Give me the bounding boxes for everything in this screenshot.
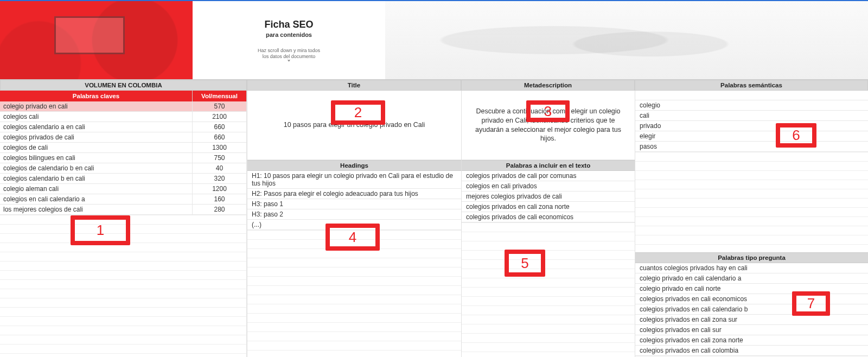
question-item: colegios privados en cali zona sur (635, 315, 868, 325)
hero-image-left (0, 1, 193, 79)
question-item: cuantos colegios privados hay en cali (635, 263, 868, 273)
header-title: Title (247, 80, 461, 91)
question-item: colegios privados en cali economicos (635, 294, 868, 304)
question-item: colegios privados en cali sur (635, 325, 868, 335)
header-questions: Palabras tipo pregunta (635, 252, 868, 263)
keyword-cell: colegios de cali (0, 143, 193, 153)
question-item: colegios privados en cali zona norte (635, 335, 868, 346)
hero-image-right (385, 1, 868, 79)
table-row: colegios en cali calendario a160 (0, 194, 247, 205)
header-headings: Headings (247, 160, 461, 171)
keyword-cell: colegios privados de cali (0, 132, 193, 143)
body-grid: Palabras claves Vol/mensual colegio priv… (0, 91, 868, 357)
volume-cell: 570 (193, 101, 247, 112)
heading-item: H3: paso 1 (247, 199, 461, 209)
heading-item: (...) (247, 220, 461, 230)
table-row: colegios de calendario b en cali40 (0, 163, 247, 174)
table-row: los mejores colegios de cali280 (0, 205, 247, 215)
hero-title: Ficha SEO (264, 19, 313, 30)
section-headers-row: VOLUMEN EN COLOMBIA Title Metadescriptio… (0, 80, 868, 91)
table-row: colegios privados de cali660 (0, 132, 247, 143)
keyword-cell: colegios en cali calendario a (0, 194, 193, 205)
table-row: colegio privado en cali570 (0, 101, 247, 112)
semantic-item: elegir (635, 131, 868, 142)
keyword-cell: colegios bilingues en cali (0, 153, 193, 163)
seo-sheet: Ficha SEO para contenidos Haz scroll dow… (0, 0, 868, 357)
header-volumen: VOLUMEN EN COLOMBIA (0, 80, 247, 91)
keyword-cell: colegio privado en cali (0, 101, 193, 112)
keywords-table: Palabras claves Vol/mensual colegio priv… (0, 91, 247, 215)
semantic-item: pasos (635, 142, 868, 152)
header-include: Palabras a incluir en el texto (462, 160, 635, 171)
question-item: colegio privado en cali norte (635, 284, 868, 294)
volume-cell: 750 (193, 153, 247, 163)
semantic-item: colegio (635, 100, 868, 111)
semantic-item: privado (635, 121, 868, 131)
table-row: colegios bilingues en cali750 (0, 153, 247, 163)
keyword-cell: colegios calendario a en cali (0, 122, 193, 132)
volume-cell: 1300 (193, 143, 247, 153)
include-item: colegios privados de cali economicos (462, 212, 635, 222)
keyword-cell: los mejores colegios de cali (0, 205, 193, 215)
volume-cell: 40 (193, 163, 247, 174)
chevron-down-icon: ˅ (287, 59, 291, 67)
volume-cell: 660 (193, 132, 247, 143)
keyword-cell: colegio aleman cali (0, 184, 193, 194)
heading-item: H1: 10 pasos para elegir un colegio priv… (247, 171, 461, 189)
heading-item: H2: Pasos para elegir el colegio adeacua… (247, 189, 461, 199)
volume-cell: 160 (193, 194, 247, 205)
table-row: colegio aleman cali1200 (0, 184, 247, 194)
table-row: colegios calendario b en cali320 (0, 174, 247, 184)
keywords-header-kw: Palabras claves (0, 91, 193, 101)
include-item: colegios en cali privados (462, 181, 635, 192)
keyword-cell: colegios calendario b en cali (0, 174, 193, 184)
keywords-header-vol: Vol/mensual (193, 91, 247, 101)
question-item: colegios privados en cali calendario b (635, 304, 868, 315)
question-item: colegio privado en cali calendario a (635, 273, 868, 284)
heading-item: H3: paso 2 (247, 209, 461, 220)
table-row: colegios cali2100 (0, 112, 247, 122)
semantic-item: cali (635, 111, 868, 121)
volume-cell: 1200 (193, 184, 247, 194)
volume-cell: 320 (193, 174, 247, 184)
keyword-cell: colegios de calendario b en cali (0, 163, 193, 174)
metadescription-text: Descubre a continuación como elegir un c… (462, 91, 635, 160)
table-row: colegios de cali1300 (0, 143, 247, 153)
column-metadesc-include: Descubre a continuación como elegir un c… (461, 91, 635, 357)
volume-cell: 280 (193, 205, 247, 215)
volume-cell: 660 (193, 122, 247, 132)
keyword-cell: colegios cali (0, 112, 193, 122)
hero-hint: Haz scroll down y mira todos los datos d… (258, 48, 320, 60)
header-semanticas: Palabras semánticas (635, 80, 868, 91)
hero-title-block: Ficha SEO para contenidos Haz scroll dow… (193, 1, 385, 79)
include-item: colegios privados de cali por comunas (462, 171, 635, 181)
column-keywords: Palabras claves Vol/mensual colegio priv… (0, 91, 247, 357)
column-title-headings: 10 pasos para elegir un colegio privado … (247, 91, 461, 357)
include-item: mejores colegios privados de cali (462, 192, 635, 202)
include-item: colegios privados en cali zona norte (462, 202, 635, 212)
question-item: colegios privados en cali colombia (635, 346, 868, 356)
column-semantic-question: colegiocaliprivadoelegirpasos Palabras t… (635, 91, 868, 357)
table-row: colegios calendario a en cali660 (0, 122, 247, 132)
hero-banner: Ficha SEO para contenidos Haz scroll dow… (0, 1, 868, 80)
hero-subtitle: para contenidos (266, 31, 312, 38)
title-text: 10 pasos para elegir un colegio privado … (247, 91, 461, 160)
header-metadescription: Metadescription (461, 80, 635, 91)
volume-cell: 2100 (193, 112, 247, 122)
